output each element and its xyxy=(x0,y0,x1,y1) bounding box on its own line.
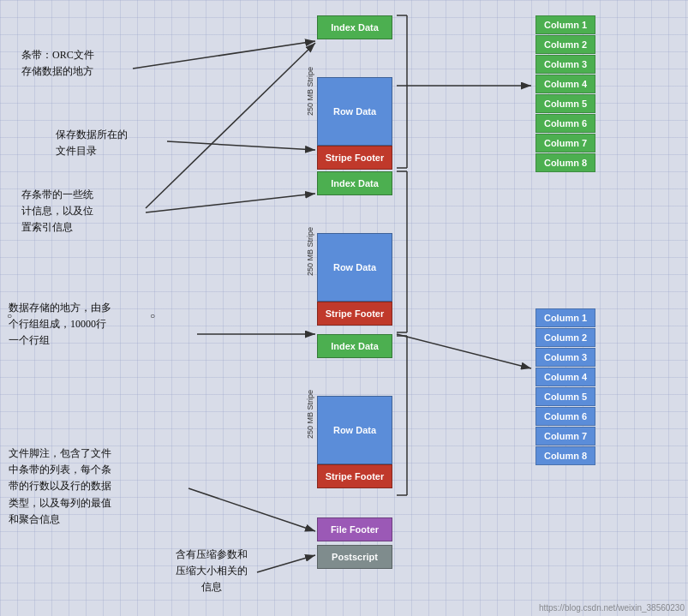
block-stripe-footer-2: Stripe Footer xyxy=(317,302,392,326)
ann4-bullet1: ○ xyxy=(7,311,12,320)
stripe-label-2: 250 MB Stripe xyxy=(304,171,316,332)
block-file-footer: File Footer xyxy=(317,517,392,541)
annotation-3: 存条带的一些统计信息，以及位置索引信息 xyxy=(21,187,93,236)
svg-line-7 xyxy=(188,488,315,531)
block-index-2: Index Data xyxy=(317,171,392,195)
column-group-1: Column 1 Column 2 Column 3 Column 4 Colu… xyxy=(535,15,595,173)
svg-line-4 xyxy=(146,194,315,212)
col-b2-1: Column 1 xyxy=(535,308,595,327)
ann4-bullet2: ○ xyxy=(150,311,155,320)
col-g1-2: Column 2 xyxy=(535,35,595,54)
block-row-1: Row Data xyxy=(317,77,392,146)
col-b2-5: Column 5 xyxy=(535,387,595,406)
svg-line-8 xyxy=(257,555,315,572)
annotation-1: 条带：ORC文件存储数据的地方 xyxy=(21,47,94,80)
col-g1-8: Column 8 xyxy=(535,153,595,172)
col-b2-6: Column 6 xyxy=(535,407,595,426)
col-b2-4: Column 4 xyxy=(535,368,595,386)
col-g1-4: Column 4 xyxy=(535,75,595,93)
col-b2-2: Column 2 xyxy=(535,328,595,347)
column-group-2: Column 1 Column 2 Column 3 Column 4 Colu… xyxy=(535,308,595,466)
col-g1-3: Column 3 xyxy=(535,55,595,74)
col-b2-8: Column 8 xyxy=(535,446,595,465)
annotation-5: 文件脚注，包含了文件中条带的列表，每个条带的行数以及行的数据类型，以及每列的最值… xyxy=(9,446,111,528)
block-index-1: Index Data xyxy=(317,15,392,39)
col-b2-7: Column 7 xyxy=(535,427,595,446)
col-b2-3: Column 3 xyxy=(535,348,595,367)
col-g1-5: Column 5 xyxy=(535,94,595,113)
annotation-6: 含有压缩参数和压缩大小相关的信息 xyxy=(176,547,248,596)
col-g1-7: Column 7 xyxy=(535,134,595,153)
watermark: https://blog.csdn.net/weixin_38560230 xyxy=(539,603,685,613)
annotation-2: 保存数据所在的文件目录 xyxy=(56,127,128,159)
stripe-label-3: 250 MB Stripe xyxy=(304,334,316,495)
col-g1-6: Column 6 xyxy=(535,114,595,133)
svg-line-3 xyxy=(167,141,315,150)
annotation-4: 数据存储的地方，由多个行组组成，10000行一个行组 xyxy=(9,300,111,350)
svg-line-5 xyxy=(146,43,315,208)
stripe-label-1: 250 MB Stripe xyxy=(304,15,316,168)
block-postscript: Postscript xyxy=(317,545,392,569)
block-index-3: Index Data xyxy=(317,334,392,358)
diagram: Index Data Row Data Stripe Footer Index … xyxy=(0,0,688,616)
block-stripe-footer-1: Stripe Footer xyxy=(317,146,392,170)
block-stripe-footer-3: Stripe Footer xyxy=(317,464,392,488)
col-g1-1: Column 1 xyxy=(535,15,595,34)
svg-line-2 xyxy=(133,41,315,69)
svg-line-10 xyxy=(397,334,531,368)
block-row-3: Row Data xyxy=(317,396,392,464)
block-row-2: Row Data xyxy=(317,233,392,302)
